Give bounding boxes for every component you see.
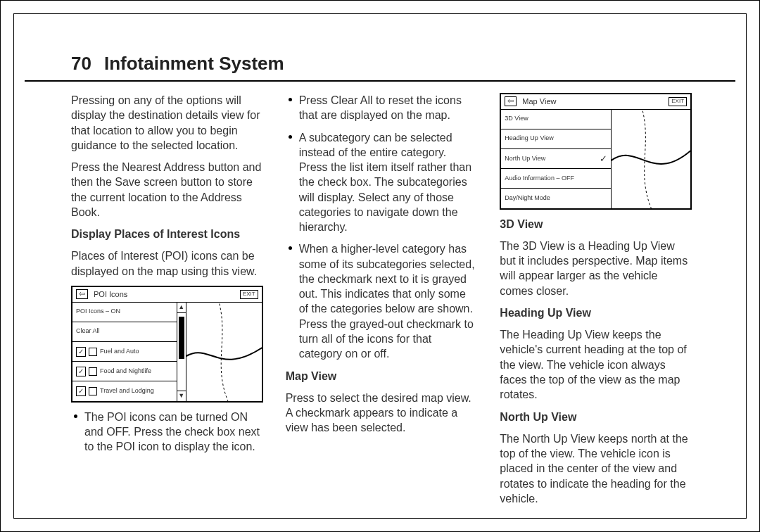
scroll-down-icon[interactable]: ▼: [177, 391, 186, 401]
map-preview: [612, 110, 690, 208]
body-text: The North Up View keeps north at the top…: [500, 431, 692, 506]
body-text: Places of Interest (POI) icons can be di…: [71, 248, 263, 279]
exit-button[interactable]: EXIT: [669, 97, 687, 106]
list-item-label: Travel and Lodging: [100, 387, 154, 395]
bullet-icon: [289, 98, 292, 101]
subheading-map-view: Map View: [286, 369, 478, 384]
body-text: The Heading Up View keeps the vehicle's …: [500, 327, 692, 402]
poi-list: POI Icons – ON Clear All ✓ Fuel and Auto…: [72, 303, 177, 401]
checkmark-icon: ✓: [600, 154, 607, 163]
subheading-heading-up-view: Heading Up View: [500, 305, 692, 320]
checkbox-icon[interactable]: ✓: [76, 347, 86, 357]
list-item-label: POI Icons – ON: [76, 308, 120, 316]
content-columns: Pressing on any of the options will disp…: [25, 93, 735, 513]
screenshot-titlebar: ⇦ Map View EXIT: [501, 94, 690, 110]
map-preview: [186, 303, 262, 401]
list-item[interactable]: North Up View ✓: [501, 149, 611, 169]
bullet-item: The POI icons can be turned ON and OFF. …: [74, 410, 263, 455]
subheading-display-poi-icons: Display Places of Interest Icons: [71, 227, 263, 241]
bullet-item: A subcategory can be selected instead of…: [289, 130, 478, 235]
scroll-up-icon[interactable]: ▲: [177, 303, 186, 313]
list-item[interactable]: Day/Night Mode: [501, 189, 611, 208]
bullet-text: The POI icons can be turned ON and OFF. …: [84, 410, 263, 455]
screenshot-titlebar: ⇦ POI Icons EXIT: [72, 287, 262, 303]
poi-icons-screenshot: ⇦ POI Icons EXIT POI Icons – ON Clear Al…: [71, 286, 263, 403]
column-1: Pressing on any of the options will disp…: [71, 93, 263, 513]
page-number: 70: [71, 53, 91, 75]
list-item-label: Heading Up View: [505, 134, 607, 143]
body-text: Press the Nearest Address button and the…: [71, 160, 263, 220]
bullet-icon: [289, 246, 292, 250]
list-item[interactable]: ✓ Food and Nightlife: [72, 362, 177, 381]
back-icon[interactable]: ⇦: [76, 289, 88, 299]
bullet-text: A subcategory can be selected instead of…: [299, 130, 478, 235]
list-item-label: Food and Nightlife: [100, 367, 151, 376]
list-item-label: North Up View: [505, 155, 597, 163]
list-item[interactable]: Heading Up View: [501, 129, 611, 149]
scroll-thumb[interactable]: [179, 317, 184, 359]
bullet-list: The POI icons can be turned ON and OFF. …: [71, 410, 263, 455]
section-title: Infotainment System: [104, 53, 284, 75]
category-icon: [89, 348, 97, 356]
subheading-north-up-view: North Up View: [500, 410, 692, 424]
screenshot-title: Map View: [522, 96, 556, 107]
subheading-3d-view: 3D View: [500, 217, 692, 232]
checkbox-icon[interactable]: ✓: [76, 367, 86, 376]
exit-button[interactable]: EXIT: [240, 290, 258, 299]
scrollbar[interactable]: ▲ ▼: [177, 303, 186, 401]
list-item[interactable]: POI Icons – ON: [72, 303, 177, 322]
list-item[interactable]: ✓ Travel and Lodging: [72, 381, 177, 400]
mapview-list: 3D View Heading Up View North Up View ✓ …: [501, 110, 612, 208]
list-item-label: 3D View: [505, 115, 607, 123]
document-page: 70 Infotainment System Pressing on any o…: [0, 0, 760, 532]
category-icon: [89, 387, 97, 395]
bullet-text: Press Clear All to reset the icons that …: [299, 93, 478, 123]
page-header: 70 Infotainment System: [25, 16, 735, 82]
bullet-list: Press Clear All to reset the icons that …: [286, 93, 478, 362]
bullet-item: Press Clear All to reset the icons that …: [289, 93, 478, 123]
checkbox-icon[interactable]: ✓: [76, 386, 86, 396]
list-item[interactable]: Audio Information – OFF: [501, 169, 611, 189]
category-icon: [89, 367, 97, 376]
body-text: The 3D View is a Heading Up View but it …: [500, 239, 692, 298]
bullet-item: When a higher-level category has some of…: [289, 241, 478, 361]
bullet-icon: [289, 135, 292, 139]
list-item[interactable]: ✓ Fuel and Auto: [72, 342, 177, 362]
bullet-icon: [74, 414, 77, 418]
column-2: Press Clear All to reset the icons that …: [286, 93, 478, 513]
column-3: ⇦ Map View EXIT 3D View Heading Up View: [500, 93, 692, 513]
body-text: Press to select the desired map view. A …: [286, 391, 478, 436]
list-item-label: Day/Night Mode: [505, 194, 607, 203]
bullet-text: When a higher-level category has some of…: [299, 241, 478, 361]
map-view-screenshot: ⇦ Map View EXIT 3D View Heading Up View: [500, 93, 692, 210]
list-item[interactable]: 3D View: [501, 110, 611, 129]
screenshot-title: POI Icons: [94, 289, 127, 300]
body-text: Pressing on any of the options will disp…: [71, 93, 263, 153]
list-item-label: Audio Information – OFF: [505, 175, 607, 183]
list-item[interactable]: Clear All: [72, 322, 177, 342]
back-icon[interactable]: ⇦: [505, 96, 517, 106]
list-item-label: Clear All: [76, 327, 100, 336]
list-item-label: Fuel and Auto: [100, 348, 139, 356]
